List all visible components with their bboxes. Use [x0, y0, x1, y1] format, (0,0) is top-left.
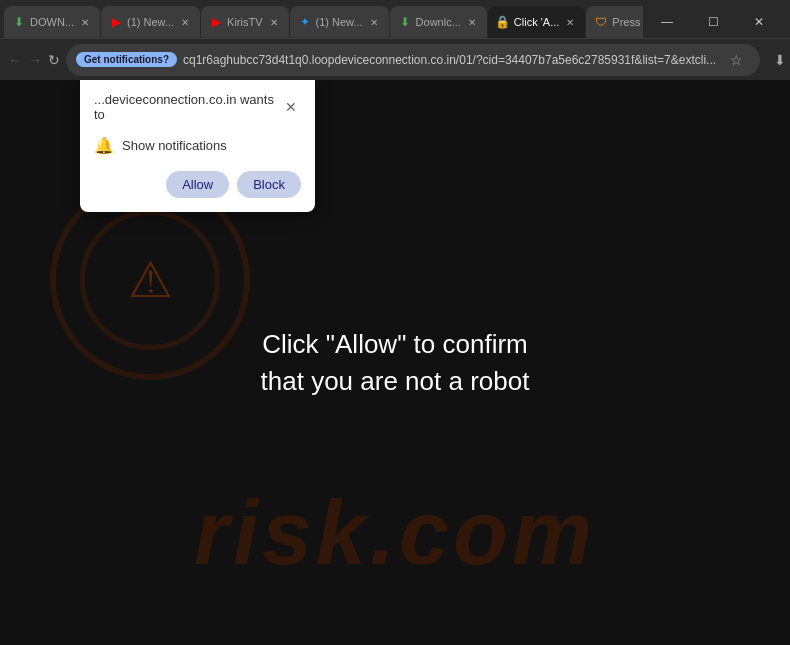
page-content: ⚠ risk.com Click "Allow" to confirm that…: [0, 80, 790, 645]
tab-2-close[interactable]: ✕: [178, 15, 192, 29]
tab-2[interactable]: ▶ (1) New... ✕: [101, 6, 200, 38]
minimize-button[interactable]: —: [644, 6, 690, 38]
tab-1-title: DOWN...: [30, 16, 74, 28]
tab-7-title: Press '...: [612, 16, 643, 28]
window-controls: — ☐ ✕: [644, 6, 786, 38]
tab-5-favicon: ⬇: [398, 15, 412, 29]
tab-3-favicon: ▶: [209, 15, 223, 29]
browser-frame: ⬇ DOWN... ✕ ▶ (1) New... ✕ ▶ KirisTV ✕ ✦…: [0, 0, 790, 645]
notification-popup: ...deviceconnection.co.in wants to ✕ 🔔 S…: [80, 80, 315, 212]
tab-5-title: Downlc...: [416, 16, 461, 28]
toolbar-icons: ⬇ 👤 ⋮: [766, 46, 790, 74]
background-watermark: risk.com: [0, 482, 790, 585]
popup-close-button[interactable]: ✕: [282, 97, 301, 117]
bookmark-icon[interactable]: ☆: [722, 46, 750, 74]
reload-button[interactable]: ↻: [48, 46, 60, 74]
tab-1-favicon: ⬇: [12, 15, 26, 29]
maximize-button[interactable]: ☐: [690, 6, 736, 38]
tab-5-close[interactable]: ✕: [465, 15, 479, 29]
tab-7[interactable]: 🛡 Press '... ✕: [586, 6, 643, 38]
tab-6-favicon: 🔒: [496, 15, 510, 29]
tab-3[interactable]: ▶ KirisTV ✕: [201, 6, 288, 38]
address-text: cq1r6aghubcc73d4t1q0.loopdeviceconnectio…: [183, 53, 716, 67]
tab-3-title: KirisTV: [227, 16, 262, 28]
tab-4[interactable]: ✦ (1) New... ✕: [290, 6, 389, 38]
toolbar: ← → ↻ Get notifications? cq1r6aghubcc73d…: [0, 38, 790, 80]
tab-6-title: Click 'A...: [514, 16, 560, 28]
allow-button[interactable]: Allow: [166, 171, 229, 198]
notifications-badge[interactable]: Get notifications?: [76, 52, 177, 67]
popup-notification-row: 🔔 Show notifications: [94, 132, 301, 159]
tab-1[interactable]: ⬇ DOWN... ✕: [4, 6, 100, 38]
close-button[interactable]: ✕: [736, 6, 782, 38]
tab-3-close[interactable]: ✕: [267, 15, 281, 29]
main-message-line2: that you are not a robot: [261, 363, 530, 399]
main-message-line1: Click "Allow" to confirm: [261, 326, 530, 362]
tab-5[interactable]: ⬇ Downlc... ✕: [390, 6, 487, 38]
tabs-container: ⬇ DOWN... ✕ ▶ (1) New... ✕ ▶ KirisTV ✕ ✦…: [4, 6, 643, 38]
tab-4-title: (1) New...: [316, 16, 363, 28]
back-button[interactable]: ←: [8, 46, 22, 74]
popup-title: ...deviceconnection.co.in wants to: [94, 92, 282, 122]
tab-2-favicon: ▶: [109, 15, 123, 29]
tab-6-close[interactable]: ✕: [563, 15, 577, 29]
download-icon[interactable]: ⬇: [766, 46, 790, 74]
tab-7-favicon: 🛡: [594, 15, 608, 29]
tab-4-close[interactable]: ✕: [367, 15, 381, 29]
address-bar[interactable]: Get notifications? cq1r6aghubcc73d4t1q0.…: [66, 44, 760, 76]
main-message: Click "Allow" to confirm that you are no…: [261, 326, 530, 399]
tab-1-close[interactable]: ✕: [78, 15, 92, 29]
block-button[interactable]: Block: [237, 171, 301, 198]
tab-bar: ⬇ DOWN... ✕ ▶ (1) New... ✕ ▶ KirisTV ✕ ✦…: [0, 0, 790, 38]
notification-label: Show notifications: [122, 138, 227, 153]
popup-header: ...deviceconnection.co.in wants to ✕: [94, 92, 301, 122]
tab-6-active[interactable]: 🔒 Click 'A... ✕: [488, 6, 586, 38]
tab-2-title: (1) New...: [127, 16, 174, 28]
tab-4-favicon: ✦: [298, 15, 312, 29]
forward-button[interactable]: →: [28, 46, 42, 74]
popup-buttons: Allow Block: [94, 171, 301, 198]
bell-icon: 🔔: [94, 136, 114, 155]
